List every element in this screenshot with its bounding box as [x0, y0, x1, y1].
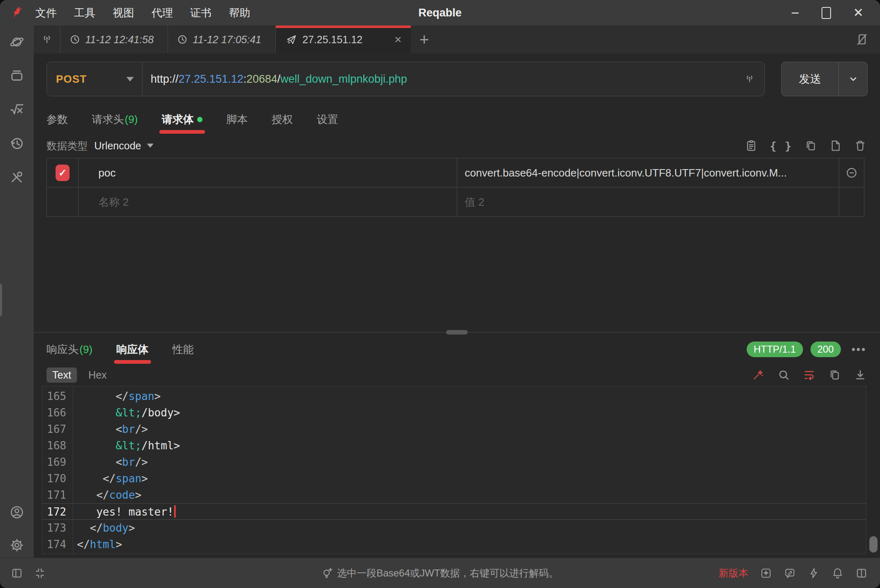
history-clock-icon[interactable] — [9, 136, 24, 151]
statusbar: 选中一段Base64或JWT数据，右键可以进行解码。 新版本 — [0, 558, 880, 588]
menu-certificate[interactable]: 证书 — [190, 6, 212, 20]
traffic-tab[interactable] — [34, 26, 60, 53]
text-cursor — [174, 505, 176, 518]
tab-request-body[interactable]: 请求体 — [162, 110, 203, 129]
file-icon[interactable] — [829, 139, 842, 152]
bell-icon[interactable] — [831, 567, 844, 579]
broadcast-icon[interactable] — [744, 73, 755, 85]
send-button[interactable]: 发送 — [781, 62, 868, 96]
planet-icon[interactable] — [9, 35, 24, 49]
tab-params[interactable]: 参数 — [47, 110, 68, 129]
menubar: 文件 工具 视图 代理 证书 帮助 — [35, 6, 250, 20]
tab-response-headers[interactable]: 响应头(9) — [47, 340, 93, 359]
window-title: Reqable — [418, 7, 461, 19]
new-tab-button[interactable]: + — [411, 26, 438, 53]
copy-icon[interactable] — [829, 369, 841, 381]
tab-response-body[interactable]: 响应体 — [116, 340, 149, 359]
menu-view[interactable]: 视图 — [113, 6, 134, 20]
copy-icon[interactable] — [805, 139, 817, 152]
paper-plane-icon — [286, 34, 297, 45]
send-options-button[interactable] — [838, 62, 867, 96]
clipboard-list-icon[interactable] — [745, 139, 757, 152]
maximize-button[interactable] — [822, 7, 831, 19]
more-options-icon[interactable]: ••• — [852, 343, 866, 356]
method-select[interactable]: POST — [47, 62, 142, 96]
capture-disabled-icon[interactable] — [855, 33, 868, 46]
gear-icon[interactable] — [9, 538, 24, 553]
tab-script[interactable]: 脚本 — [226, 110, 248, 129]
param-key-input[interactable]: 名称 2 — [79, 188, 457, 216]
code-line[interactable]: 173 </body> — [42, 520, 866, 536]
response-body-editor[interactable]: 165 </span> 166 &lt;/body> 167 <br/> 168… — [42, 386, 866, 554]
remove-row-icon[interactable] — [845, 167, 858, 179]
datatype-select[interactable]: Urlencode — [94, 140, 141, 152]
collection-box-icon[interactable] — [9, 68, 24, 83]
update-icon[interactable] — [760, 567, 772, 579]
code-line[interactable]: 166 &lt;/body> — [42, 404, 866, 421]
code-line[interactable]: 171 </code> — [42, 487, 866, 503]
headers-count: (9) — [79, 343, 93, 356]
account-icon[interactable] — [9, 505, 24, 520]
sidebar-scrollbar[interactable] — [0, 284, 2, 316]
tab-settings[interactable]: 设置 — [317, 110, 338, 129]
history-tab-2[interactable]: 11-12 17:05:41 — [168, 26, 275, 53]
response-tabs: 响应头(9) 响应体 性能 HTTP/1.1 200 ••• — [47, 340, 866, 359]
main-area: 11-12 12:41:58 11-12 17:05:41 27.25.151.… — [34, 26, 880, 558]
minimize-button[interactable]: − — [791, 6, 799, 20]
code-line[interactable]: 170 </span> — [42, 470, 866, 487]
panel-left-icon[interactable] — [11, 567, 23, 579]
status-badge: 200 — [810, 342, 841, 357]
word-wrap-icon[interactable] — [803, 369, 815, 381]
row-checkbox-empty[interactable] — [47, 188, 79, 216]
tab-request-headers[interactable]: 请求头(9) — [92, 110, 138, 129]
request-tabs: 参数 请求头(9) 请求体 脚本 授权 设置 — [47, 110, 338, 129]
body-toolbar: { } — [745, 139, 866, 152]
param-row: ✓ poc convert.base64-encode|convert.icon… — [47, 158, 864, 187]
active-tab-label: 27.25.151.12 — [303, 34, 363, 46]
url-input[interactable]: http://27.25.151.12:20684/well_down_mlpn… — [142, 73, 407, 86]
sqrt-x-icon[interactable] — [9, 102, 24, 117]
datatype-row: 数据类型 Urlencode { } — [47, 136, 866, 156]
reqable-logo-icon — [10, 6, 24, 20]
download-icon[interactable] — [854, 369, 866, 381]
line-number: 174 — [42, 536, 73, 553]
trash-icon[interactable] — [854, 139, 866, 152]
row-checkbox-checked[interactable]: ✓ — [56, 165, 70, 181]
code-line[interactable]: 174 </html> — [42, 536, 866, 553]
url-field[interactable]: POST http://27.25.151.12:20684/well_down… — [47, 62, 765, 96]
tab-performance[interactable]: 性能 — [172, 340, 194, 359]
collapse-icon[interactable] — [34, 567, 46, 579]
close-button[interactable]: ✕ — [853, 7, 864, 19]
feedback-icon[interactable] — [784, 567, 796, 579]
braces-icon[interactable]: { } — [770, 139, 792, 152]
url-path: well_down_mlpnkobji.php — [280, 73, 407, 85]
menu-tools[interactable]: 工具 — [74, 6, 95, 20]
tab-close-icon[interactable]: × — [392, 33, 404, 46]
code-line[interactable]: 165 </span> — [42, 388, 866, 404]
split-panel-icon[interactable] — [855, 567, 868, 579]
tab-auth[interactable]: 授权 — [272, 110, 293, 129]
code-line-active[interactable]: 172 yes! master! — [42, 503, 866, 520]
chevron-down-icon — [848, 74, 859, 84]
code-line[interactable]: 167 <br/> — [42, 421, 866, 437]
param-key-input[interactable]: poc — [79, 158, 457, 187]
magic-wand-icon[interactable] — [752, 369, 764, 381]
splitter-handle[interactable] — [446, 330, 468, 335]
code-line[interactable]: 169 <br/> — [42, 454, 866, 470]
search-icon[interactable] — [778, 369, 790, 381]
view-text-toggle[interactable]: Text — [47, 367, 77, 383]
param-value-input[interactable]: convert.base64-encode|convert.iconv.UTF8… — [457, 158, 839, 187]
history-tab-1[interactable]: 11-12 12:41:58 — [60, 26, 168, 53]
menu-proxy[interactable]: 代理 — [151, 6, 173, 20]
lightning-icon[interactable] — [808, 567, 820, 579]
code-line[interactable]: 168 &lt;/html> — [42, 437, 866, 454]
view-hex-toggle[interactable]: Hex — [88, 369, 107, 381]
tools-icon[interactable] — [9, 170, 24, 184]
param-value-input[interactable]: 值 2 — [457, 188, 839, 216]
menu-file[interactable]: 文件 — [35, 6, 57, 20]
editor-scrollbar[interactable] — [869, 536, 878, 553]
new-version-link[interactable]: 新版本 — [719, 567, 748, 580]
active-request-tab[interactable]: 27.25.151.12 × — [275, 26, 411, 53]
menu-help[interactable]: 帮助 — [229, 6, 250, 20]
status-hint-text: 选中一段Base64或JWT数据，右键可以进行解码。 — [337, 567, 559, 580]
